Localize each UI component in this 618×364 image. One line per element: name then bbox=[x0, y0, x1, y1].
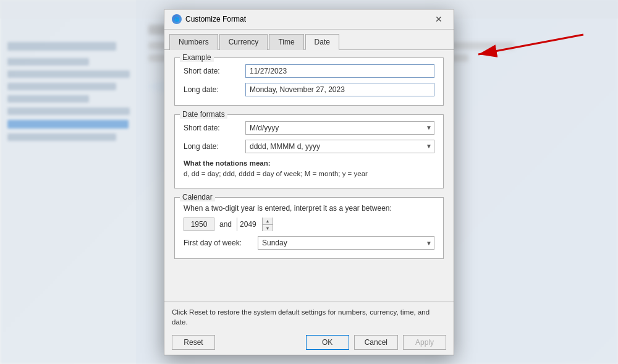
long-date-example-label: Long date: bbox=[184, 85, 245, 94]
long-date-format-label: Long date: bbox=[184, 142, 245, 151]
year-end-spinner: ▲ ▼ bbox=[237, 218, 273, 231]
notation-text: d, dd = day; ddd, dddd = day of week; M … bbox=[184, 170, 368, 177]
year-end-input[interactable] bbox=[237, 218, 262, 231]
notation-block: What the notations mean: d, dd = day; dd… bbox=[184, 158, 434, 180]
example-section: Example Short date: Long date: bbox=[174, 57, 444, 106]
ok-button[interactable]: OK bbox=[306, 335, 349, 350]
first-day-select[interactable]: Sunday Monday Saturday bbox=[258, 236, 434, 250]
short-date-format-row: Short date: M/d/yyyy MM/dd/yyyy yyyy-MM-… bbox=[184, 121, 434, 135]
calendar-description: When a two-digit year is entered, interp… bbox=[184, 204, 434, 213]
dialog-icon: 🌐 bbox=[172, 14, 182, 24]
calendar-section-label: Calendar bbox=[180, 193, 215, 201]
footer-buttons: Reset OK Cancel Apply bbox=[172, 335, 446, 350]
title-bar-left: 🌐 Customize Format bbox=[172, 14, 246, 24]
apply-button[interactable]: Apply bbox=[403, 335, 446, 350]
short-date-example-row: Short date: bbox=[184, 64, 434, 78]
long-date-format-row: Long date: dddd, MMMM d, yyyy MMMM d, yy… bbox=[184, 140, 434, 153]
calendar-section: Calendar When a two-digit year is entere… bbox=[174, 197, 444, 259]
dialog-content: Example Short date: Long date: Date form… bbox=[164, 50, 454, 302]
footer-note-text: Click Reset to restore the system defaul… bbox=[172, 308, 430, 326]
date-formats-section: Date formats Short date: M/d/yyyy MM/dd/… bbox=[174, 114, 444, 189]
date-formats-label: Date formats bbox=[180, 110, 227, 119]
long-date-example-input[interactable] bbox=[245, 83, 434, 96]
example-section-label: Example bbox=[180, 53, 214, 62]
and-label: and bbox=[219, 220, 232, 229]
dialog-overlay: 🌐 Customize Format ✕ Numbers Currency Ti… bbox=[0, 0, 618, 364]
svg-text:🌐: 🌐 bbox=[174, 17, 180, 22]
long-date-select-wrapper: dddd, MMMM d, yyyy MMMM d, yyyy ▼ bbox=[245, 140, 434, 153]
reset-button[interactable]: Reset bbox=[172, 335, 215, 350]
short-date-select-wrapper: M/d/yyyy MM/dd/yyyy yyyy-MM-dd ▼ bbox=[245, 121, 434, 135]
spin-buttons: ▲ ▼ bbox=[262, 218, 273, 231]
customize-format-dialog: 🌐 Customize Format ✕ Numbers Currency Ti… bbox=[164, 9, 454, 355]
tab-time[interactable]: Time bbox=[269, 34, 303, 50]
red-arrow-annotation bbox=[441, 28, 596, 72]
spin-up-button[interactable]: ▲ bbox=[263, 218, 273, 224]
notation-title: What the notations mean: bbox=[184, 159, 271, 167]
year-range-row: and ▲ ▼ bbox=[184, 218, 434, 231]
year-start-input[interactable] bbox=[184, 218, 214, 231]
long-date-example-row: Long date: bbox=[184, 83, 434, 96]
tab-currency[interactable]: Currency bbox=[219, 34, 268, 50]
cancel-button[interactable]: Cancel bbox=[354, 335, 398, 350]
short-date-example-label: Short date: bbox=[184, 67, 245, 75]
first-day-select-wrapper: Sunday Monday Saturday ▼ bbox=[258, 236, 434, 250]
short-date-example-input[interactable] bbox=[245, 64, 434, 78]
dialog-title: Customize Format bbox=[185, 15, 246, 23]
tab-numbers[interactable]: Numbers bbox=[169, 34, 218, 50]
footer-note: Click Reset to restore the system defaul… bbox=[172, 307, 446, 327]
dialog-footer: Click Reset to restore the system defaul… bbox=[164, 302, 454, 354]
spin-down-button[interactable]: ▼ bbox=[263, 224, 273, 231]
first-day-label: First day of week: bbox=[184, 239, 258, 247]
first-day-row: First day of week: Sunday Monday Saturda… bbox=[184, 236, 434, 250]
tabs-container: Numbers Currency Time Date bbox=[164, 30, 454, 50]
long-date-select[interactable]: dddd, MMMM d, yyyy MMMM d, yyyy bbox=[245, 140, 434, 153]
short-date-format-label: Short date: bbox=[184, 124, 245, 132]
close-button[interactable]: ✕ bbox=[431, 12, 446, 27]
short-date-select[interactable]: M/d/yyyy MM/dd/yyyy yyyy-MM-dd bbox=[245, 121, 434, 135]
tab-date[interactable]: Date bbox=[305, 34, 339, 50]
svg-line-1 bbox=[478, 35, 583, 54]
title-bar: 🌐 Customize Format ✕ bbox=[164, 10, 454, 30]
